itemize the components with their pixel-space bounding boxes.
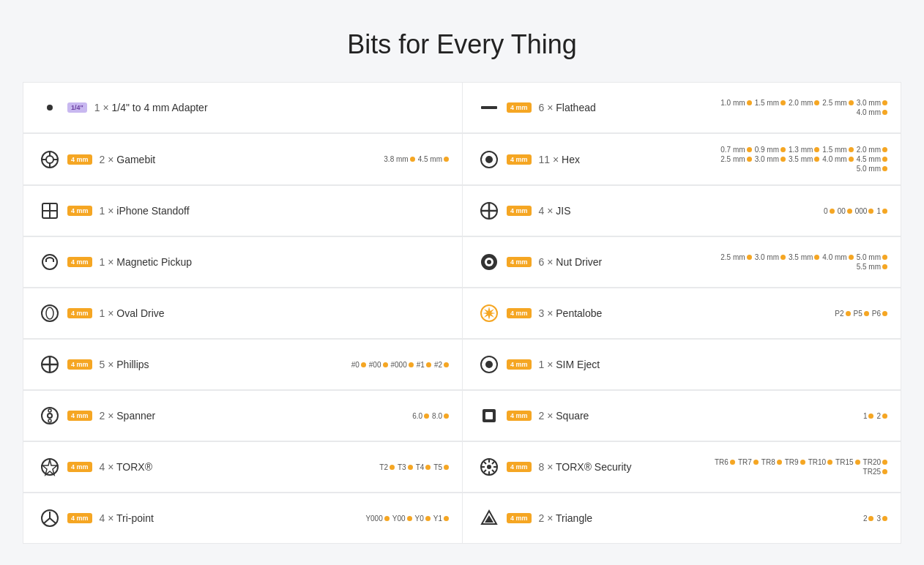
size-dot	[444, 414, 449, 419]
tripoint-icon	[37, 505, 63, 531]
card-label-pentalobe: 3 × Pentalobe	[539, 307, 603, 319]
svg-point-3	[46, 156, 53, 163]
card-content-spanner: 2 × Spanner6.08.0	[100, 410, 449, 422]
size-tag: T2	[379, 463, 395, 471]
size-dot	[882, 460, 887, 465]
size-dot	[846, 311, 851, 316]
card-adapter: 1/4"1 × 1/4" to 4 mm Adapter	[23, 82, 462, 133]
size-dot	[425, 516, 431, 521]
size-tag: TR8	[761, 458, 782, 466]
sizes-row: 2.5 mm3.0 mm3.5 mm4.0 mm5.0 mm	[720, 253, 887, 261]
sizes-multi-triangle: 23	[863, 515, 887, 523]
badge-nut-driver: 4 mm	[507, 257, 532, 267]
card-jis: 4 mm4 × JIS0000001	[462, 185, 901, 236]
card-iphone-standoff: 4 mm1 × iPhone Standoff	[23, 185, 462, 236]
size-dot	[383, 362, 388, 367]
size-tag: 1.5 mm	[822, 146, 853, 154]
card-label-oval-drive: 1 × Oval Drive	[100, 307, 165, 319]
size-dot	[814, 147, 819, 152]
size-tag: 1	[863, 412, 874, 420]
size-dot	[780, 255, 786, 260]
card-label-triangle: 2 × Triangle	[539, 512, 593, 524]
size-dot	[753, 460, 759, 465]
badge-sim-eject: 4 mm	[507, 359, 532, 370]
size-tag: 4.0 mm	[857, 108, 887, 116]
svg-point-32	[48, 409, 51, 412]
sim-icon	[476, 351, 502, 378]
card-label-torx: 4 × TORX®	[100, 461, 152, 473]
svg-point-33	[48, 419, 51, 422]
sizes-phillips: #0#00#000#1#2	[351, 361, 449, 369]
size-tag: 4.5 mm	[418, 155, 449, 163]
size-dot	[730, 460, 735, 465]
sizes-row: 1.0 mm1.5 mm2.0 mm2.5 mm3.0 mm	[720, 99, 887, 107]
phillips-icon	[37, 351, 63, 378]
badge-jis: 4 mm	[507, 206, 532, 216]
size-dot	[882, 147, 887, 152]
count-nut-driver: 6 ×	[539, 256, 554, 268]
size-tag: #1	[417, 361, 431, 369]
card-content-pentalobe: 3 × PentalobeP2P5P6	[539, 307, 887, 319]
size-tag: #000	[391, 361, 414, 369]
card-oval-drive: 4 mm1 × Oval Drive	[23, 288, 462, 339]
count-square: 2 ×	[539, 410, 554, 422]
size-dot	[747, 157, 752, 162]
card-label-flathead: 6 × Flathead	[539, 102, 596, 113]
card-label-tripoint: 4 × Tri-point	[100, 512, 154, 524]
size-tag: 1.3 mm	[789, 146, 819, 154]
card-pentalobe: 4 mm3 × PentalobeP2P5P6	[462, 288, 901, 339]
size-tag: Y00	[392, 515, 412, 523]
size-tag: 3.8 mm	[384, 155, 414, 163]
card-square: 4 mm2 × Square12	[462, 390, 901, 441]
sizes-row: 5.0 mm	[857, 165, 887, 173]
size-tag: 2.0 mm	[789, 99, 819, 107]
card-content-adapter: 1 × 1/4" to 4 mm Adapter	[94, 102, 449, 113]
size-dot	[847, 209, 852, 214]
card-content-oval-drive: 1 × Oval Drive	[100, 307, 449, 319]
spanner-icon	[37, 403, 63, 429]
size-dot	[444, 362, 449, 367]
badge-oval-drive: 4 mm	[67, 308, 92, 318]
size-dot	[384, 516, 390, 521]
size-tag: 1	[876, 207, 887, 215]
size-tag: 00	[838, 207, 852, 215]
card-label-torx-security: 8 × TORX® Security	[539, 461, 632, 473]
count-phillips: 5 ×	[100, 359, 114, 370]
sizes-row: 4.0 mm	[857, 108, 887, 116]
size-tag: TR7	[738, 458, 759, 466]
badge-hex: 4 mm	[507, 154, 532, 165]
size-tag: 1.5 mm	[755, 99, 786, 107]
size-tag: TR15	[835, 458, 860, 466]
card-label-gamebit: 2 × Gamebit	[100, 154, 156, 165]
size-dot	[849, 157, 854, 162]
sizes-torx: T2T3T4T5	[379, 463, 449, 471]
sizes-spanner: 6.08.0	[412, 412, 449, 420]
triangle-icon	[476, 505, 502, 531]
sizes-row: 23	[863, 515, 887, 523]
count-tripoint: 4 ×	[100, 512, 114, 524]
size-dot	[882, 110, 887, 115]
count-triangle: 2 ×	[539, 512, 554, 524]
size-tag: P5	[854, 310, 869, 318]
card-label-square: 2 × Square	[539, 410, 589, 422]
card-label-phillips: 5 × Phillips	[100, 359, 149, 370]
card-content-phillips: 5 × Phillips#0#00#000#1#2	[100, 359, 449, 370]
size-dot	[444, 516, 449, 521]
svg-point-9	[485, 156, 493, 163]
size-tag: 1.0 mm	[720, 99, 751, 107]
flathead-icon	[476, 94, 502, 121]
sizes-multi-nut-driver: 2.5 mm3.0 mm3.5 mm4.0 mm5.0 mm5.5 mm	[720, 253, 887, 271]
size-dot	[747, 255, 752, 260]
square-icon	[476, 403, 502, 429]
size-tag: 3.0 mm	[755, 155, 786, 163]
size-dot	[747, 147, 752, 152]
count-torx-security: 8 ×	[539, 461, 554, 473]
svg-rect-1	[481, 106, 497, 109]
size-dot	[410, 157, 415, 162]
sizes-row: 0000001	[824, 207, 887, 215]
size-tag: 3.5 mm	[789, 155, 819, 163]
size-tag: 2.0 mm	[857, 146, 887, 154]
size-tag: #0	[351, 361, 366, 369]
sizes-multi-pentalobe: P2P5P6	[835, 310, 887, 318]
card-flathead: 4 mm6 × Flathead1.0 mm1.5 mm2.0 mm2.5 mm…	[462, 82, 901, 133]
